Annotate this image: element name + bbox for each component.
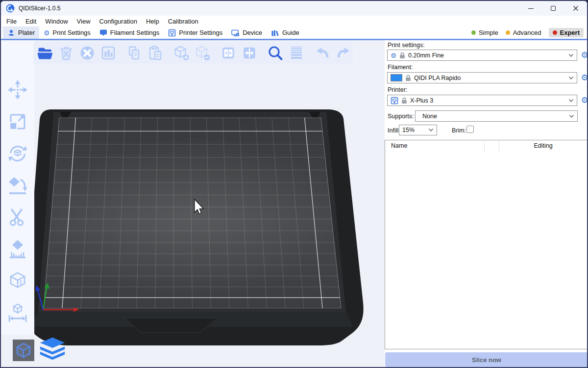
tab-label: Guide [282, 29, 299, 36]
top-toolbar [33, 42, 353, 64]
tab-label: Printer Settings [179, 29, 222, 36]
infill-value: 15% [402, 127, 415, 133]
printer-icon [391, 97, 398, 105]
tab-print-settings[interactable]: ⚙ Print Settings [39, 26, 95, 39]
search-icon[interactable] [267, 44, 284, 62]
filament-icon [99, 29, 107, 36]
split-objects-icon[interactable] [220, 44, 237, 62]
settings-sidebar: Print settings: ⚙ 0.20mm Fine ⚙ Filament… [385, 40, 588, 368]
supports-combo[interactable]: None [415, 110, 578, 122]
menu-edit[interactable]: Edit [21, 17, 41, 26]
tab-guide[interactable]: Guide [267, 26, 304, 39]
rotate-tool-icon[interactable] [6, 142, 29, 165]
3d-editor-view-button[interactable] [13, 340, 34, 361]
arrange-icon[interactable] [99, 44, 117, 62]
scale-tool-icon[interactable] [6, 110, 29, 133]
printer-value: X-Plus 3 [410, 97, 433, 104]
filament-gear-button[interactable]: ⚙ [580, 73, 588, 83]
expert-dot-icon [553, 30, 557, 35]
object-list[interactable]: Name Editing [385, 140, 588, 349]
maximize-button[interactable] [542, 1, 564, 16]
3d-view-cube-icon [15, 342, 32, 359]
lock-icon [399, 52, 405, 59]
chevron-down-icon [568, 99, 574, 103]
menu-help[interactable]: Help [142, 17, 164, 26]
open-folder-icon[interactable] [36, 44, 54, 62]
undo-icon[interactable] [314, 44, 331, 62]
brim-checkbox[interactable] [466, 126, 474, 133]
mode-expert[interactable]: Expert [549, 28, 584, 37]
copy-icon[interactable] [125, 44, 143, 62]
column-divider [484, 141, 485, 152]
column-header-name: Name [391, 142, 407, 149]
simple-dot-icon [471, 30, 476, 35]
split-parts-icon[interactable] [241, 44, 258, 62]
menu-window[interactable]: Window [41, 17, 72, 26]
cut-tool-icon[interactable] [6, 206, 29, 229]
minimize-button[interactable] [519, 1, 542, 16]
infill-combo[interactable]: 15% [399, 125, 437, 135]
guide-icon [271, 29, 279, 37]
delete-all-icon[interactable] [78, 44, 96, 62]
mode-simple[interactable]: Simple [471, 29, 498, 36]
close-button[interactable] [564, 1, 587, 16]
device-icon [231, 29, 240, 37]
move-tool-icon[interactable] [6, 79, 29, 101]
3d-viewport[interactable] [1, 40, 385, 368]
tab-label: Print Settings [53, 29, 91, 36]
tab-printer-settings[interactable]: Printer Settings [164, 26, 227, 39]
slice-now-label: Slice now [472, 356, 501, 364]
menu-configuration[interactable]: Configuration [95, 17, 142, 26]
filament-combo[interactable]: QIDI PLA Rapido [387, 72, 577, 83]
paste-icon[interactable] [147, 44, 164, 62]
delete-icon[interactable] [57, 44, 75, 62]
chevron-down-icon [568, 76, 574, 80]
gear-icon: ⚙ [391, 52, 396, 59]
print-settings-gear-button[interactable]: ⚙ [580, 51, 588, 60]
preview-view-button[interactable] [38, 337, 67, 361]
supports-value: None [422, 113, 437, 120]
tab-device[interactable]: Device [227, 26, 267, 39]
printer-gear-button[interactable]: ⚙ [580, 96, 588, 105]
mode-label: Advanced [513, 29, 541, 36]
lock-icon [405, 75, 411, 81]
tab-label: Filament Settings [110, 29, 159, 36]
print-settings-label: Print settings: [388, 42, 425, 49]
maximize-icon [551, 6, 556, 11]
printer-label: Printer: [388, 86, 407, 93]
gear-icon: ⚙ [44, 29, 50, 37]
app-logo-icon [6, 4, 15, 13]
filament-color-swatch [391, 74, 402, 81]
redo-icon[interactable] [335, 44, 352, 62]
print-settings-combo[interactable]: ⚙ 0.20mm Fine [387, 50, 577, 61]
paint-supports-tool-icon[interactable] [6, 238, 29, 261]
infill-label: Infill: [388, 127, 400, 134]
tab-bar: Plater ⚙ Print Settings Filament Setting… [1, 26, 587, 40]
supports-label: Supports: [388, 113, 414, 120]
place-on-face-tool-icon[interactable] [6, 174, 29, 197]
tab-plater[interactable]: Plater [3, 26, 39, 39]
add-instance-icon[interactable] [172, 44, 190, 62]
tab-filament-settings[interactable]: Filament Settings [95, 26, 164, 39]
close-icon [573, 5, 579, 11]
mode-selector: Simple Advanced Expert [471, 28, 587, 37]
menu-view[interactable]: View [73, 17, 95, 26]
mode-label: Expert [560, 29, 580, 36]
menu-bar: File Edit Window View Configuration Help… [1, 16, 587, 26]
app-window: QIDISlicer-1.0.5 File Edit Window View C… [0, 0, 588, 368]
chevron-down-icon [568, 53, 574, 57]
mode-advanced[interactable]: Advanced [506, 29, 541, 36]
left-toolbar [6, 79, 30, 324]
measure-tool-icon[interactable] [6, 302, 29, 324]
print-settings-value: 0.20mm Fine [408, 52, 444, 59]
menu-file[interactable]: File [2, 17, 21, 26]
plater-icon [7, 29, 15, 37]
menu-calibration[interactable]: Calibration [164, 17, 203, 26]
slice-now-button[interactable]: Slice now [385, 352, 588, 367]
variable-layer-height-icon[interactable] [288, 44, 305, 62]
seam-tool-icon[interactable] [6, 270, 29, 292]
printer-combo[interactable]: X-Plus 3 [387, 95, 577, 106]
advanced-dot-icon [506, 30, 510, 35]
mode-label: Simple [479, 29, 498, 36]
remove-instance-icon[interactable] [194, 44, 211, 62]
